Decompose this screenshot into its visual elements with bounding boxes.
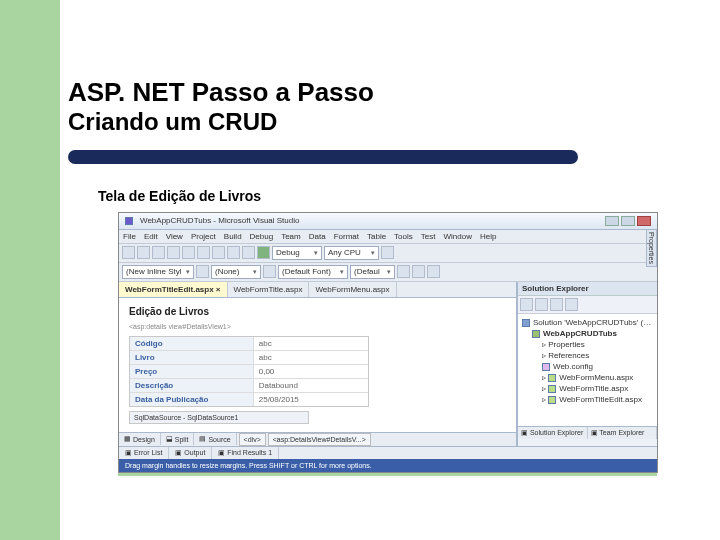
config-dropdown[interactable]: Debug▾ — [272, 246, 322, 260]
apply-style-icon[interactable] — [196, 265, 209, 278]
bottom-tool-tabs: ▣ Error List ▣ Output ▣ Find Results 1 — [119, 446, 657, 459]
tree-item: ▹ Properties — [522, 339, 653, 350]
aspx-file-icon — [548, 396, 556, 404]
details-view[interactable]: Códigoabc Livroabc Preço0,00 DescriçãoDa… — [129, 336, 369, 407]
style-dropdown[interactable]: (New Inline Styl▾ — [122, 265, 194, 279]
tab-title[interactable]: WebFormTitle.aspx — [228, 282, 310, 297]
table-row: Data da Publicação25/08/2015 — [130, 393, 368, 406]
split-view-button[interactable]: ⬓ Split — [161, 433, 195, 445]
sql-datasource[interactable]: SqlDataSource - SqlDataSource1 — [129, 411, 309, 424]
find-icon[interactable] — [381, 246, 394, 259]
status-bar: Drag margin handles to resize margins. P… — [119, 459, 657, 472]
menu-help[interactable]: Help — [480, 232, 496, 241]
find-results-tab[interactable]: ▣ Find Results 1 — [212, 447, 279, 459]
menu-data[interactable]: Data — [309, 232, 326, 241]
solution-icon — [522, 319, 530, 327]
section-heading: Tela de Edição de Livros — [98, 188, 698, 204]
editor-pane: WebFormTitleEdit.aspx × WebFormTitle.asp… — [119, 282, 517, 446]
aspx-file-icon — [548, 374, 556, 382]
view-switcher: ▦ Design ⬓ Split ▤ Source <div> <asp:Det… — [119, 432, 516, 446]
window-controls — [605, 216, 651, 226]
open-icon[interactable] — [137, 246, 150, 259]
show-all-icon[interactable] — [535, 298, 548, 311]
visual-studio-window: Properties WebAppCRUDTubs - Microsoft Vi… — [118, 212, 658, 473]
table-row: DescriçãoDatabound — [130, 379, 368, 393]
tab-titleedit[interactable]: WebFormTitleEdit.aspx × — [119, 282, 228, 297]
project-icon — [532, 330, 540, 338]
breadcrumb[interactable]: <div> — [239, 433, 266, 446]
menu-window[interactable]: Window — [443, 232, 471, 241]
platform-dropdown[interactable]: Any CPU▾ — [324, 246, 379, 260]
menu-project[interactable]: Project — [191, 232, 216, 241]
menu-team[interactable]: Team — [281, 232, 301, 241]
team-explorer-tab[interactable]: ▣ Team Explorer — [588, 427, 658, 439]
output-tab[interactable]: ▣ Output — [169, 447, 212, 459]
slide-title: ASP. NET Passo a Passo — [68, 78, 698, 108]
undo-icon[interactable] — [227, 246, 240, 259]
design-view-button[interactable]: ▦ Design — [119, 433, 161, 445]
tree-item: ▹ WebFormMenu.aspx — [522, 372, 653, 383]
tree-item: ▹ WebFormTitleEdit.aspx — [522, 394, 653, 405]
config-file-icon — [542, 363, 550, 371]
solution-explorer-tab[interactable]: ▣ Solution Explorer — [518, 427, 588, 439]
menu-table[interactable]: Table — [367, 232, 386, 241]
content-area: WebFormTitleEdit.aspx × WebFormTitle.asp… — [119, 282, 657, 446]
new-project-icon[interactable] — [122, 246, 135, 259]
aspx-file-icon — [548, 385, 556, 393]
menu-edit[interactable]: Edit — [144, 232, 158, 241]
menu-view[interactable]: View — [166, 232, 183, 241]
side-footer: ▣ Solution Explorer ▣ Team Explorer — [518, 426, 657, 439]
menu-file[interactable]: File — [123, 232, 136, 241]
target-rule-dropdown[interactable]: (None)▾ — [211, 265, 261, 279]
save-icon[interactable] — [152, 246, 165, 259]
decorative-green-band — [0, 0, 60, 540]
menu-tools[interactable]: Tools — [394, 232, 413, 241]
save-all-icon[interactable] — [167, 246, 180, 259]
solution-toolbar — [518, 296, 657, 314]
cut-icon[interactable] — [182, 246, 195, 259]
table-row: Livroabc — [130, 351, 368, 365]
font-family-dropdown[interactable]: (Default Font)▾ — [278, 265, 348, 279]
underline-icon[interactable] — [427, 265, 440, 278]
breadcrumb[interactable]: <asp:DetailsView#DetailsV...> — [268, 433, 371, 446]
table-row: Códigoabc — [130, 337, 368, 351]
font-size-dropdown[interactable]: (Defaul▾ — [350, 265, 395, 279]
title-underline — [68, 150, 578, 164]
slide-content: ASP. NET Passo a Passo Criando um CRUD T… — [68, 78, 698, 476]
maximize-button[interactable] — [621, 216, 635, 226]
menu-debug[interactable]: Debug — [250, 232, 274, 241]
properties-icon[interactable] — [520, 298, 533, 311]
slide-subtitle: Criando um CRUD — [68, 108, 698, 136]
refresh-icon[interactable] — [550, 298, 563, 311]
css-icon[interactable] — [263, 265, 276, 278]
screenshot-bottom-accent — [118, 473, 657, 476]
app-icon — [125, 217, 133, 225]
error-list-tab[interactable]: ▣ Error List — [119, 447, 169, 459]
menu-build[interactable]: Build — [224, 232, 242, 241]
start-debug-icon[interactable] — [257, 246, 270, 259]
source-view-button[interactable]: ▤ Source — [194, 433, 236, 445]
formatting-toolbar: (New Inline Styl▾ (None)▾ (Default Font)… — [119, 263, 657, 282]
form-heading: Edição de Livros — [129, 306, 506, 317]
minimize-button[interactable] — [605, 216, 619, 226]
solution-tree[interactable]: Solution 'WebAppCRUDTubs' (1 project) We… — [518, 314, 657, 426]
tree-project: WebAppCRUDTubs — [522, 328, 653, 339]
view-code-icon[interactable] — [565, 298, 578, 311]
window-titlebar: WebAppCRUDTubs - Microsoft Visual Studio — [119, 213, 657, 230]
design-surface[interactable]: Edição de Livros <asp:details view#Detai… — [119, 298, 516, 432]
tab-menu[interactable]: WebFormMenu.aspx — [309, 282, 396, 297]
tree-item: ▹ References — [522, 350, 653, 361]
tree-item: Web.config — [522, 361, 653, 372]
properties-side-tab[interactable]: Properties — [646, 229, 657, 267]
menu-format[interactable]: Format — [334, 232, 359, 241]
document-tabs: WebFormTitleEdit.aspx × WebFormTitle.asp… — [119, 282, 516, 298]
tree-item: ▹ WebFormTitle.aspx — [522, 383, 653, 394]
redo-icon[interactable] — [242, 246, 255, 259]
italic-icon[interactable] — [412, 265, 425, 278]
bold-icon[interactable] — [397, 265, 410, 278]
menu-test[interactable]: Test — [421, 232, 436, 241]
window-title-text: WebAppCRUDTubs - Microsoft Visual Studio — [140, 216, 299, 225]
paste-icon[interactable] — [212, 246, 225, 259]
copy-icon[interactable] — [197, 246, 210, 259]
close-button[interactable] — [637, 216, 651, 226]
